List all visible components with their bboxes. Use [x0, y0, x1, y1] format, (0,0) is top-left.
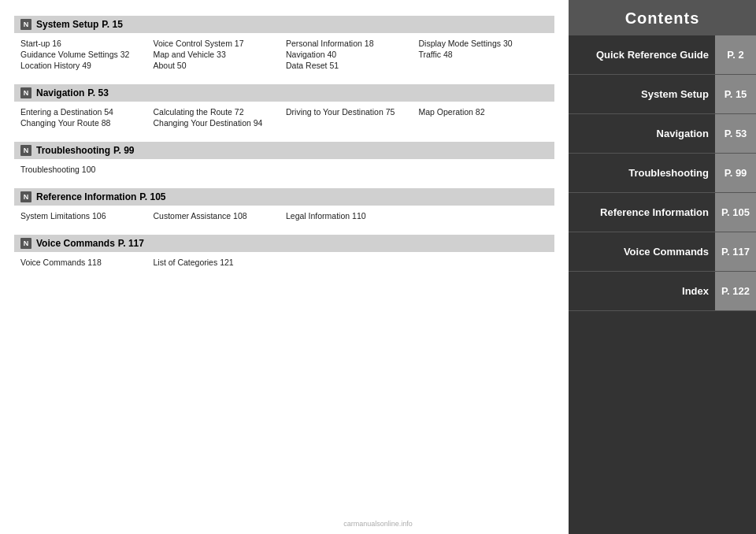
sidebar-item-page: P. 122 [715, 272, 756, 310]
section-page: P. 105 [139, 191, 165, 202]
content-item: Traffic 48 [419, 50, 549, 59]
section-col-1: Calculating the Route 72Changing Your De… [154, 107, 284, 128]
section-title: Reference Information [36, 191, 136, 202]
sidebar-item-page: P. 15 [715, 75, 756, 113]
section-navigation: NNavigationP. 53Entering a Destination 5… [14, 84, 554, 131]
section-system-setup: NSystem SetupP. 15Start-up 16Guidance Vo… [14, 16, 554, 73]
section-content-system-setup: Start-up 16Guidance Volume Settings 32Lo… [14, 37, 554, 73]
sidebar-item-page: P. 117 [715, 232, 756, 271]
section-content-troubleshooting: Troubleshooting 100 [14, 163, 554, 177]
content-item: Customer Assistance 108 [154, 211, 284, 221]
section-header-system-setup: NSystem SetupP. 15 [14, 16, 554, 33]
section-col-0: Troubleshooting 100 [20, 165, 150, 174]
section-icon: N [20, 145, 32, 156]
sidebar-item-3[interactable]: TroubleshootingP. 99 [569, 154, 756, 193]
section-col-2: Driving to Your Destination 75 [286, 107, 416, 128]
section-col-3 [419, 211, 549, 221]
sidebar-item-label: Quick Reference Guide [569, 49, 715, 61]
content-item: List of Categories 121 [154, 258, 284, 267]
sidebar-item-page: P. 105 [715, 193, 756, 232]
section-col-2: Personal Information 18Navigation 40Data… [286, 39, 416, 70]
watermark: carmanualsonline.info [343, 520, 413, 528]
section-title: System Setup [36, 19, 98, 30]
section-col-1: Voice Control System 17Map and Vehicle 3… [154, 39, 284, 70]
content-item: Display Mode Settings 30 [419, 39, 549, 48]
section-col-0: Entering a Destination 54Changing Your R… [20, 107, 150, 128]
section-page: P. 15 [102, 19, 122, 30]
section-header-voice-commands: NVoice CommandsP. 117 [14, 235, 554, 252]
section-icon: N [20, 191, 32, 202]
content-item: Calculating the Route 72 [154, 107, 284, 117]
section-col-0: Start-up 16Guidance Volume Settings 32Lo… [20, 39, 150, 70]
section-col-3: Map Operation 82 [419, 107, 549, 128]
section-reference-information: NReference InformationP. 105System Limit… [14, 188, 554, 224]
content-item: Changing Your Route 88 [20, 118, 150, 128]
content-item: Troubleshooting 100 [20, 165, 150, 174]
content-item: Navigation 40 [286, 50, 416, 59]
section-voice-commands: NVoice CommandsP. 117Voice Commands 118L… [14, 235, 554, 270]
content-item: Entering a Destination 54 [20, 107, 150, 117]
sidebar-item-label: Reference Information [569, 206, 715, 218]
section-col-0: System Limitations 106 [20, 211, 150, 221]
section-title: Navigation [36, 87, 84, 98]
sidebar-item-label: System Setup [569, 88, 715, 100]
content-item: Location History 49 [20, 61, 150, 70]
sidebar-title: Contents [569, 0, 756, 35]
content-item: Data Reset 51 [286, 61, 416, 70]
section-header-troubleshooting: NTroubleshootingP. 99 [14, 142, 554, 159]
sidebar-item-page: P. 99 [715, 154, 756, 192]
section-content-voice-commands: Voice Commands 118List of Categories 121 [14, 256, 554, 270]
sidebar-item-page: P. 53 [715, 114, 756, 153]
section-col-2 [286, 258, 416, 267]
sidebar-item-0[interactable]: Quick Reference GuideP. 2 [569, 35, 756, 75]
section-icon: N [20, 19, 32, 30]
section-title: Troubleshooting [36, 145, 110, 156]
content-item: Changing Your Destination 94 [154, 118, 284, 128]
sidebar-item-5[interactable]: Voice CommandsP. 117 [569, 232, 756, 272]
content-item: Map Operation 82 [419, 107, 549, 117]
content-item: Driving to Your Destination 75 [286, 107, 416, 117]
content-item: About 50 [154, 61, 284, 70]
main-content: NSystem SetupP. 15Start-up 16Guidance Vo… [0, 0, 569, 534]
section-troubleshooting: NTroubleshootingP. 99Troubleshooting 100 [14, 142, 554, 177]
content-item: Map and Vehicle 33 [154, 50, 284, 59]
content-item: Voice Control System 17 [154, 39, 284, 48]
sidebar-item-label: Navigation [569, 128, 715, 139]
section-col-3 [419, 165, 549, 174]
section-page: P. 117 [118, 238, 144, 249]
content-item: Start-up 16 [20, 39, 150, 48]
section-col-0: Voice Commands 118 [20, 258, 150, 267]
section-col-1: Customer Assistance 108 [154, 211, 284, 221]
section-col-3 [419, 258, 549, 267]
section-title: Voice Commands [36, 238, 115, 249]
section-content-navigation: Entering a Destination 54Changing Your R… [14, 106, 554, 131]
sidebar-item-label: Index [569, 285, 715, 297]
sidebar-item-4[interactable]: Reference InformationP. 105 [569, 193, 756, 232]
sidebar: Contents Quick Reference GuideP. 2System… [569, 0, 756, 534]
section-icon: N [20, 87, 32, 98]
sidebar-item-label: Voice Commands [569, 246, 715, 258]
content-item: System Limitations 106 [20, 211, 150, 221]
sidebar-item-6[interactable]: IndexP. 122 [569, 272, 756, 311]
section-header-reference-information: NReference InformationP. 105 [14, 188, 554, 206]
section-content-reference-information: System Limitations 106Customer Assistanc… [14, 210, 554, 224]
content-item: Guidance Volume Settings 32 [20, 50, 150, 59]
section-col-1 [154, 165, 284, 174]
section-col-2 [286, 165, 416, 174]
sidebar-item-1[interactable]: System SetupP. 15 [569, 75, 756, 114]
content-item: Legal Information 110 [286, 211, 416, 221]
sidebar-item-label: Troubleshooting [569, 167, 715, 179]
section-col-1: List of Categories 121 [154, 258, 284, 267]
section-col-3: Display Mode Settings 30Traffic 48 [419, 39, 549, 70]
section-col-2: Legal Information 110 [286, 211, 416, 221]
section-page: P. 53 [87, 87, 108, 98]
content-item: Voice Commands 118 [20, 258, 150, 267]
sidebar-item-2[interactable]: NavigationP. 53 [569, 114, 756, 154]
section-icon: N [20, 238, 32, 249]
section-page: P. 99 [113, 145, 134, 156]
sidebar-item-page: P. 2 [715, 35, 756, 74]
section-header-navigation: NNavigationP. 53 [14, 84, 554, 102]
content-item: Personal Information 18 [286, 39, 416, 48]
